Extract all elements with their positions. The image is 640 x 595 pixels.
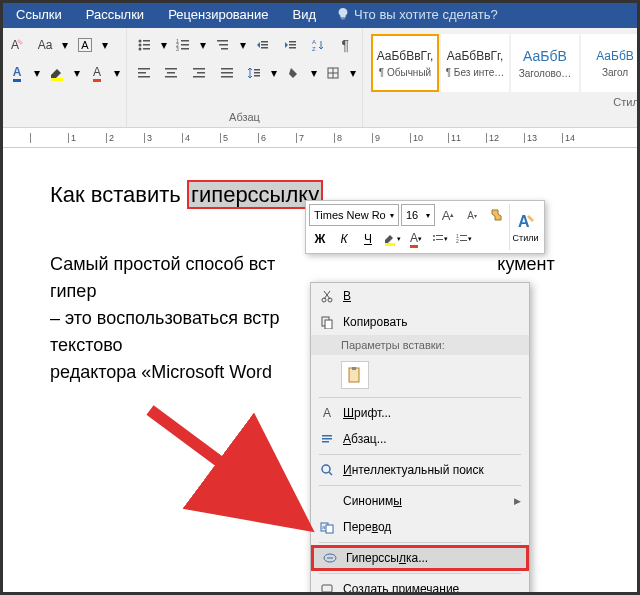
ctx-paragraph[interactable]: Абзац... — [311, 426, 529, 452]
style-nospace[interactable]: АаБбВвГг, ¶ Без инте… — [441, 34, 509, 92]
shrink-font-button[interactable]: A▾ — [461, 204, 483, 226]
font-icon: A — [319, 405, 335, 421]
svg-rect-19 — [261, 47, 268, 49]
svg-rect-15 — [219, 44, 228, 46]
ctx-smart-lookup[interactable]: Интеллектуальный поиск — [311, 457, 529, 483]
cut-icon — [319, 288, 335, 304]
svg-rect-34 — [221, 68, 233, 70]
svg-rect-1 — [51, 78, 63, 81]
line-spacing-button[interactable] — [242, 61, 268, 85]
font-group: A Aa▾ A▾ A▾ ▾ A▾ — [0, 28, 127, 127]
size-selector[interactable]: 16▾ — [401, 204, 435, 226]
tab-mailings[interactable]: Рассылки — [74, 0, 156, 28]
svg-rect-66 — [322, 585, 332, 592]
style-normal[interactable]: АаБбВвГг, ¶ Обычный — [371, 34, 439, 92]
bold-button[interactable]: Ж — [309, 228, 331, 250]
bullets-button[interactable] — [131, 33, 157, 57]
borders-button[interactable] — [320, 61, 346, 85]
ctx-paste-header: Параметры вставки: — [311, 335, 529, 355]
format-painter-button[interactable] — [485, 204, 507, 226]
align-center-button[interactable] — [159, 61, 185, 85]
svg-rect-42 — [385, 243, 395, 246]
multilevel-button[interactable] — [210, 33, 236, 57]
bullets-mini-button[interactable]: ▾ — [429, 228, 451, 250]
svg-rect-39 — [254, 75, 260, 77]
align-left-button[interactable] — [131, 61, 157, 85]
font-color-button[interactable]: A — [4, 61, 30, 85]
svg-rect-9 — [181, 40, 189, 42]
svg-rect-21 — [289, 44, 296, 46]
ribbon: A Aa▾ A▾ A▾ ▾ A▾ ▾ 123▾ ▾ AZ ¶ — [0, 28, 640, 128]
numbering-mini-button[interactable]: 12▾ — [453, 228, 475, 250]
svg-rect-55 — [325, 320, 332, 329]
svg-rect-56 — [349, 368, 359, 382]
svg-rect-37 — [254, 69, 260, 71]
font-box-button[interactable]: A — [72, 33, 98, 57]
tab-review[interactable]: Рецензирование — [156, 0, 280, 28]
underline-button[interactable]: Ч — [357, 228, 379, 250]
numbering-button[interactable]: 123 — [170, 33, 196, 57]
chevron-right-icon: ▶ — [514, 496, 521, 506]
styles-mini-button[interactable]: A Стили — [509, 204, 541, 250]
clear-format-button[interactable]: A — [4, 33, 30, 57]
svg-text:3: 3 — [176, 46, 179, 52]
svg-rect-18 — [261, 44, 268, 46]
svg-point-43 — [433, 235, 435, 237]
ctx-hyperlink[interactable]: Гиперссылка... — [311, 545, 529, 571]
svg-point-4 — [138, 44, 141, 47]
justify-button[interactable] — [214, 61, 240, 85]
change-case-button[interactable]: Aa — [32, 33, 58, 57]
italic-button[interactable]: К — [333, 228, 355, 250]
highlight-mini-button[interactable]: ▾ — [381, 228, 403, 250]
style-heading1[interactable]: АаБбВ Заголово… — [511, 34, 579, 92]
svg-text:a: a — [322, 524, 326, 530]
selected-text[interactable]: гиперссылку — [187, 180, 323, 209]
svg-text:A: A — [518, 213, 530, 230]
svg-rect-35 — [221, 72, 233, 74]
style-heading2[interactable]: АаБбВ Загол — [581, 34, 640, 92]
text-fill-button[interactable]: A — [84, 61, 110, 85]
shading-button[interactable] — [281, 61, 307, 85]
font-selector[interactable]: Times New Ro▾ — [309, 204, 399, 226]
styles-icon: A — [515, 211, 537, 233]
svg-point-45 — [433, 239, 435, 241]
grow-font-button[interactable]: A▴ — [437, 204, 459, 226]
svg-rect-59 — [322, 438, 332, 440]
ctx-synonyms[interactable]: Синонимы ▶ — [311, 488, 529, 514]
lightbulb-icon — [336, 7, 350, 21]
translate-icon: a — [319, 519, 335, 535]
comment-icon — [319, 581, 335, 595]
svg-rect-63 — [326, 525, 333, 533]
font-color-mini-button[interactable]: A▾ — [405, 228, 427, 250]
decrease-indent-button[interactable] — [249, 33, 275, 57]
svg-rect-17 — [261, 41, 268, 43]
svg-point-6 — [138, 48, 141, 51]
context-menu: В Копировать Параметры вставки: A Шрифт.… — [310, 282, 530, 595]
tab-view[interactable]: Вид — [281, 0, 329, 28]
ruler[interactable]: 1234567891011121314 — [0, 128, 640, 148]
paste-keep-source[interactable] — [341, 361, 369, 389]
font-group-label — [4, 111, 122, 125]
ctx-translate[interactable]: a Перевод — [311, 514, 529, 540]
ctx-copy[interactable]: Копировать — [311, 309, 529, 335]
increase-indent-button[interactable] — [277, 33, 303, 57]
svg-rect-13 — [181, 48, 189, 50]
show-marks-button[interactable]: ¶ — [332, 33, 358, 57]
align-right-button[interactable] — [186, 61, 212, 85]
svg-rect-28 — [165, 68, 177, 70]
ctx-comment[interactable]: Создать примечание — [311, 576, 529, 595]
svg-rect-50 — [460, 240, 467, 241]
svg-rect-31 — [193, 68, 205, 70]
svg-rect-57 — [352, 367, 356, 370]
ctx-font[interactable]: A Шрифт... — [311, 400, 529, 426]
tell-me-search[interactable]: Что вы хотите сделать? — [328, 7, 498, 22]
sort-button[interactable]: AZ — [305, 33, 331, 57]
tab-references[interactable]: Ссылки — [4, 0, 74, 28]
ribbon-tabs: Ссылки Рассылки Рецензирование Вид Что в… — [0, 0, 640, 28]
svg-rect-29 — [167, 72, 175, 74]
highlight-button[interactable] — [44, 61, 70, 85]
svg-rect-16 — [221, 48, 228, 50]
svg-rect-46 — [436, 239, 443, 240]
paste-options — [311, 355, 529, 395]
ctx-cut[interactable]: В — [311, 283, 529, 309]
